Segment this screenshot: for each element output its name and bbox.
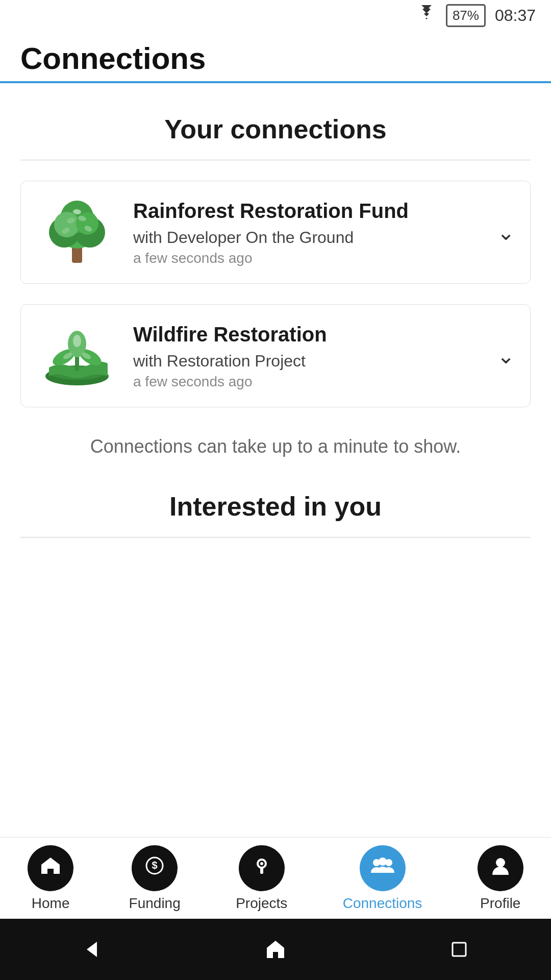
page-header: Connections [0, 31, 551, 81]
svg-text:$: $ [152, 860, 158, 871]
svg-marker-31 [87, 942, 97, 957]
home-icon [39, 854, 62, 882]
svg-point-5 [54, 212, 80, 237]
wildfire-card-title: Wildfire Restoration [133, 322, 487, 347]
profile-label: Profile [480, 895, 520, 912]
recent-apps-button[interactable] [446, 937, 472, 962]
wildfire-logo [36, 320, 118, 391]
funding-label: Funding [129, 895, 181, 912]
projects-icon-circle [239, 845, 285, 891]
home-button[interactable] [263, 937, 288, 962]
info-text: Connections can take up to a minute to s… [20, 433, 531, 460]
status-bar: 87% 08:37 [0, 0, 551, 31]
wildfire-card-info: Wildfire Restoration with Restoration Pr… [133, 322, 487, 390]
rainforest-card-info: Rainforest Restoration Fund with Develop… [133, 199, 487, 266]
projects-label: Projects [236, 895, 287, 912]
profile-icon [489, 854, 512, 882]
home-icon-circle [28, 845, 73, 891]
connection-card-rainforest[interactable]: Rainforest Restoration Fund with Develop… [20, 181, 531, 284]
rainforest-card-time: a few seconds ago [133, 250, 487, 266]
nav-item-funding[interactable]: $ Funding [129, 845, 181, 912]
connections-icon-circle [360, 845, 406, 891]
rainforest-card-title: Rainforest Restoration Fund [133, 199, 487, 223]
svg-point-20 [73, 335, 81, 347]
funding-icon: $ [143, 854, 166, 882]
wildfire-chevron-icon[interactable]: ⌄ [497, 344, 515, 369]
home-label: Home [32, 895, 70, 912]
nav-item-projects[interactable]: Projects [236, 845, 287, 912]
your-connections-title: Your connections [20, 114, 531, 144]
back-button[interactable] [79, 937, 105, 962]
funding-icon-circle: $ [132, 845, 178, 891]
interested-title: Interested in you [20, 491, 531, 522]
main-content: Your connections [0, 83, 551, 834]
svg-rect-32 [453, 943, 466, 956]
connections-icon [370, 854, 395, 882]
section-divider-2 [20, 537, 531, 537]
connection-card-wildfire[interactable]: Wildfire Restoration with Restoration Pr… [20, 304, 531, 407]
wildfire-card-subtitle: with Restoration Project [133, 352, 487, 371]
wifi-icon [416, 5, 437, 26]
svg-point-29 [385, 859, 392, 866]
svg-point-6 [76, 212, 98, 235]
nav-item-profile[interactable]: Profile [478, 845, 523, 912]
svg-point-26 [260, 862, 263, 865]
battery-indicator: 87% [446, 4, 486, 27]
svg-point-30 [496, 858, 505, 867]
rainforest-card-subtitle: with Developer On the Ground [133, 228, 487, 247]
wildfire-card-time: a few seconds ago [133, 374, 487, 390]
connections-label: Connections [343, 895, 422, 912]
section-divider-1 [20, 160, 531, 160]
nav-item-connections[interactable]: Connections [343, 845, 422, 912]
rainforest-logo [36, 197, 118, 268]
projects-icon [251, 854, 273, 882]
page-title: Connections [20, 41, 531, 76]
time-display: 08:37 [495, 6, 536, 25]
nav-item-home[interactable]: Home [28, 845, 73, 912]
profile-icon-circle [478, 845, 523, 891]
bottom-navigation: Home $ Funding Projects [0, 837, 551, 919]
rainforest-chevron-icon[interactable]: ⌄ [497, 220, 515, 245]
system-navigation-bar [0, 919, 551, 980]
